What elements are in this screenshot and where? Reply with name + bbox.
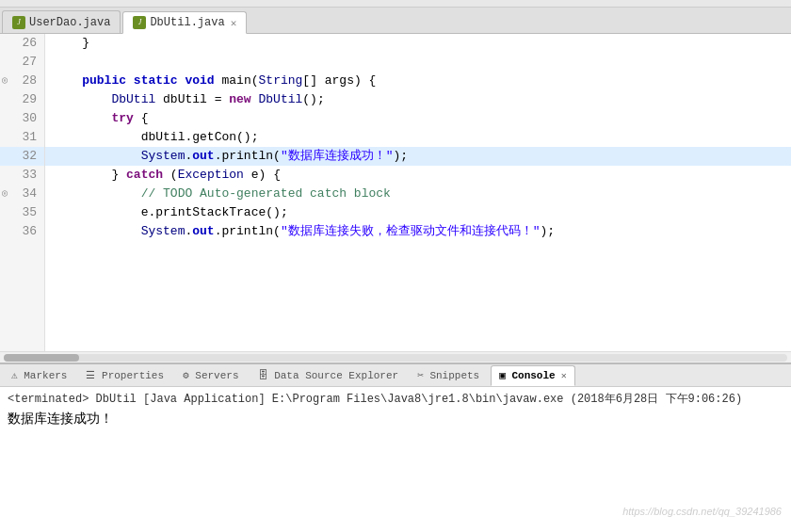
line-36: 36 (0, 222, 44, 241)
snippets-icon: ✂ (417, 369, 424, 381)
console-label: Console (511, 370, 555, 381)
editor-area: 26 27 28 29 30 31 32 33 34 35 36 } publi… (0, 34, 791, 363)
code-line-27 (45, 53, 791, 72)
code-line-32: System.out.println("数据库连接成功！"); (45, 147, 791, 166)
code-line-28: public static void main(String[] args) { (45, 72, 791, 90)
datasource-icon: 🗄 (258, 369, 268, 381)
console-header: <terminated> DbUtil [Java Application] E… (8, 391, 783, 407)
toolbar (0, 0, 791, 8)
code-line-33: } catch (Exception e) { (45, 166, 791, 185)
console-content[interactable]: <terminated> DbUtil [Java Application] E… (0, 387, 791, 532)
panel-tab-servers[interactable]: ⚙ Servers (175, 365, 246, 386)
editor-scrollbar[interactable] (0, 351, 791, 363)
line-31: 31 (0, 128, 44, 147)
line-32: 32 (0, 147, 44, 166)
code-container: 26 27 28 29 30 31 32 33 34 35 36 } publi… (0, 34, 791, 351)
line-27: 27 (0, 53, 44, 72)
line-30: 30 (0, 109, 44, 128)
console-close-icon[interactable]: ✕ (561, 370, 567, 381)
console-output: 数据库连接成功！ (8, 411, 783, 427)
code-line-31: dbUtil.getCon(); (45, 128, 791, 147)
panel-tab-datasource[interactable]: 🗄 Data Source Explorer (250, 365, 407, 386)
line-33: 33 (0, 166, 44, 185)
scrollbar-thumb[interactable] (4, 354, 79, 362)
tab-close-icon[interactable]: ✕ (231, 17, 237, 29)
scrollbar-track (4, 354, 787, 362)
tab-userdao-label: UserDao.java (29, 16, 110, 29)
properties-label: Properties (102, 370, 164, 381)
tab-dbutil[interactable]: J DbUtil.java ✕ (122, 11, 247, 34)
tab-userdao[interactable]: J UserDao.java (2, 10, 121, 33)
bottom-panel: ⚠ Markers ☰ Properties ⚙ Servers 🗄 Data … (0, 363, 791, 532)
snippets-label: Snippets (429, 370, 479, 381)
markers-label: Markers (24, 370, 67, 381)
editor-tab-bar: J UserDao.java J DbUtil.java ✕ (0, 8, 791, 34)
panel-tab-console[interactable]: ▣ Console ✕ (491, 365, 574, 386)
line-29: 29 (0, 90, 44, 109)
line-34: 34 (0, 185, 44, 203)
code-line-36: System.out.println("数据库连接失败，检查驱动文件和连接代码！… (45, 222, 791, 241)
code-lines[interactable]: } public static void main(String[] args)… (45, 34, 791, 351)
datasource-label: Data Source Explorer (274, 370, 398, 381)
java-icon-2: J (133, 16, 146, 29)
java-icon: J (12, 16, 25, 29)
servers-icon: ⚙ (183, 369, 189, 381)
code-line-30: try { (45, 109, 791, 128)
line-26: 26 (0, 34, 44, 53)
code-line-35: e.printStackTrace(); (45, 203, 791, 222)
code-line-34: // TODO Auto-generated catch block (45, 185, 791, 203)
tab-dbutil-label: DbUtil.java (150, 16, 224, 29)
panel-tab-properties[interactable]: ☰ Properties (78, 365, 171, 386)
code-line-26: } (45, 34, 791, 53)
code-line-29: DbUtil dbUtil = new DbUtil(); (45, 90, 791, 109)
console-icon: ▣ (499, 369, 506, 381)
servers-label: Servers (195, 370, 238, 381)
line-numbers: 26 27 28 29 30 31 32 33 34 35 36 (0, 34, 45, 351)
panel-tab-snippets[interactable]: ✂ Snippets (410, 365, 487, 386)
properties-icon: ☰ (86, 369, 95, 381)
panel-tab-bar: ⚠ Markers ☰ Properties ⚙ Servers 🗄 Data … (0, 364, 791, 387)
line-28: 28 (0, 72, 44, 90)
panel-tab-markers[interactable]: ⚠ Markers (4, 365, 74, 386)
line-35: 35 (0, 203, 44, 222)
markers-icon: ⚠ (11, 369, 18, 381)
